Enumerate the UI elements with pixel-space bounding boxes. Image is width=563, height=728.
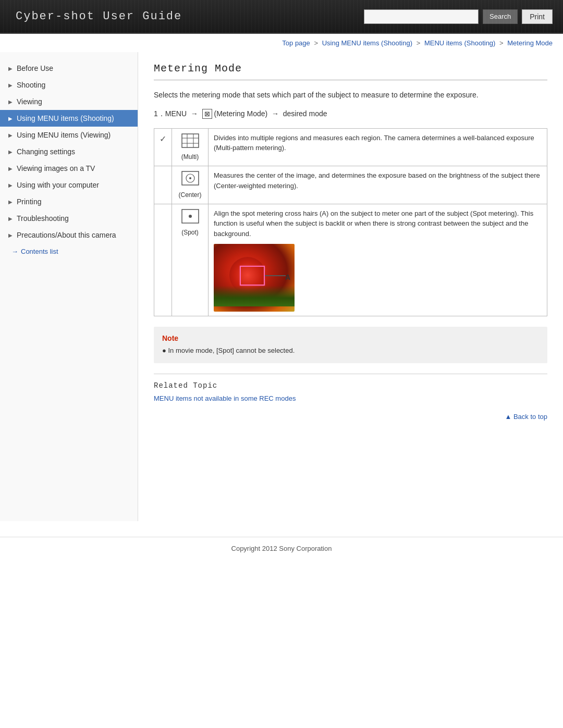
contents-list-link[interactable]: → Contents list	[0, 243, 138, 260]
center-description: Measures the center of the image, and de…	[209, 166, 547, 204]
sidebar-item-using-menu-viewing[interactable]: ▶ Using MENU items (Viewing)	[0, 127, 138, 143]
breadcrumb: Top page > Using MENU items (Shooting) >…	[0, 34, 563, 52]
spot-line	[265, 275, 286, 276]
table-row: ✓ (Multi) Divides into multiple regions …	[154, 128, 547, 166]
arrow-icon: ▶	[8, 199, 14, 205]
arrow-icon: ▶	[8, 232, 14, 238]
arrow-icon: ▶	[8, 182, 14, 188]
header-controls: Search Print	[364, 9, 563, 24]
breadcrumb-link-top[interactable]: Top page	[282, 39, 310, 47]
breadcrumb-link-menu-items-shooting[interactable]: MENU items (Shooting)	[424, 39, 496, 47]
arrow-right-icon: →	[11, 248, 18, 255]
rose-image: A	[214, 244, 295, 312]
check-cell-multi: ✓	[154, 128, 172, 166]
svg-point-7	[189, 177, 191, 179]
sidebar-item-label: Viewing	[17, 97, 42, 106]
multi-description: Divides into multiple regions and measur…	[209, 128, 547, 166]
multi-label: (Multi)	[177, 152, 203, 162]
related-topic-title: Related Topic	[154, 381, 547, 390]
check-icon: ✓	[160, 134, 166, 143]
table-row-spot: (Spot) Align the spot metering cross hai…	[154, 204, 547, 316]
table-row: (Center) Measures the center of the imag…	[154, 166, 547, 204]
app-title: Cyber-shot User Guide	[0, 10, 182, 23]
sidebar-item-label: Precautions/About this camera	[17, 231, 116, 239]
sidebar-item-label: Viewing images on a TV	[17, 164, 95, 172]
sidebar-item-label: Using MENU items (Viewing)	[17, 131, 111, 139]
spot-a-label: A	[285, 272, 290, 283]
related-topic-section: Related Topic MENU items not available i…	[154, 374, 547, 402]
check-cell-spot	[154, 204, 172, 316]
sidebar-item-shooting[interactable]: ▶ Shooting	[0, 77, 138, 93]
sidebar-item-label: Printing	[17, 198, 41, 206]
sidebar-item-changing-settings[interactable]: ▶ Changing settings	[0, 143, 138, 160]
step-text: 1．MENU → ⊠ (Metering Mode) → desired mod…	[154, 108, 547, 120]
center-metering-icon	[181, 170, 200, 186]
sidebar-item-viewing-images-tv[interactable]: ▶ Viewing images on a TV	[0, 160, 138, 177]
spot-image: A	[214, 244, 295, 312]
sidebar: ▶ Before Use ▶ Shooting ▶ Viewing ▶ Usin…	[0, 52, 138, 521]
breadcrumb-sep-3: >	[499, 39, 505, 47]
center-label: (Center)	[177, 190, 203, 200]
contents-list-label: Contents list	[21, 248, 58, 255]
spot-description-cell: Align the spot metering cross hairs (A) …	[209, 204, 547, 316]
breadcrumb-sep-1: >	[314, 39, 320, 47]
sidebar-item-using-menu-shooting[interactable]: ▶ Using MENU items (Shooting)	[0, 110, 138, 127]
spot-description-text: Align the spot metering cross hairs (A) …	[214, 208, 542, 239]
breadcrumb-sep-2: >	[417, 39, 422, 47]
spot-crosshair	[240, 266, 265, 286]
note-item-1: In movie mode, [Spot] cannot be selected…	[168, 347, 295, 354]
check-cell-center	[154, 166, 172, 204]
copyright-text: Copyright 2012 Sony Corporation	[231, 545, 332, 552]
print-button[interactable]: Print	[522, 9, 553, 24]
sidebar-item-label: Using MENU items (Shooting)	[17, 114, 114, 122]
related-topic-link[interactable]: MENU items not available in some REC mod…	[154, 394, 296, 402]
page-title: Metering Mode	[154, 63, 547, 80]
sidebar-item-before-use[interactable]: ▶ Before Use	[0, 60, 138, 77]
icon-cell-multi: (Multi)	[172, 128, 209, 166]
sidebar-item-label: Shooting	[17, 81, 45, 89]
note-content: ● In movie mode, [Spot] cannot be select…	[162, 346, 539, 356]
arrow-icon: ▶	[8, 99, 14, 105]
note-section: Note ● In movie mode, [Spot] cannot be s…	[154, 327, 547, 363]
note-label: Note	[162, 334, 539, 342]
arrow-icon: ▶	[8, 149, 14, 155]
metering-table: ✓ (Multi) Divides into multiple regions …	[154, 128, 547, 317]
search-input[interactable]	[364, 9, 479, 24]
multi-metering-icon	[181, 133, 200, 149]
arrow-icon: ▶	[8, 82, 14, 88]
arrow-icon: ▶	[8, 216, 14, 221]
sidebar-item-troubleshooting[interactable]: ▶ Troubleshooting	[0, 210, 138, 227]
description-text: Selects the metering mode that sets whic…	[154, 90, 547, 101]
arrow-icon: ▶	[8, 116, 14, 121]
sidebar-item-using-with-computer[interactable]: ▶ Using with your computer	[0, 177, 138, 193]
sidebar-item-precautions[interactable]: ▶ Precautions/About this camera	[0, 227, 138, 243]
arrow-icon: ▶	[8, 166, 14, 171]
main-layout: ▶ Before Use ▶ Shooting ▶ Viewing ▶ Usin…	[0, 52, 563, 521]
sidebar-item-label: Using with your computer	[17, 181, 99, 189]
arrow-icon: ▶	[8, 66, 14, 71]
sidebar-item-label: Troubleshooting	[17, 214, 69, 223]
search-button[interactable]: Search	[483, 9, 518, 24]
icon-cell-spot: (Spot)	[172, 204, 209, 316]
breadcrumb-link-using-menu-shooting[interactable]: Using MENU items (Shooting)	[322, 39, 412, 47]
spot-metering-icon	[181, 208, 200, 224]
breadcrumb-link-metering-mode[interactable]: Metering Mode	[507, 39, 553, 47]
icon-cell-center: (Center)	[172, 166, 209, 204]
svg-point-9	[189, 215, 192, 218]
sidebar-item-label: Before Use	[17, 64, 53, 72]
arrow-icon: ▶	[8, 132, 14, 138]
note-bullet: ●	[162, 347, 166, 354]
sidebar-item-printing[interactable]: ▶ Printing	[0, 193, 138, 210]
back-to-top-link[interactable]: ▲ Back to top	[505, 413, 547, 421]
content-area: Metering Mode Selects the metering mode …	[138, 52, 563, 521]
header: Cyber-shot User Guide Search Print	[0, 0, 563, 34]
footer: Copyright 2012 Sony Corporation	[0, 537, 563, 560]
svg-rect-0	[182, 134, 199, 147]
sidebar-item-label: Changing settings	[17, 147, 75, 156]
back-to-top: ▲ Back to top	[154, 413, 547, 421]
sidebar-item-viewing[interactable]: ▶ Viewing	[0, 93, 138, 110]
spot-label: (Spot)	[177, 228, 203, 237]
